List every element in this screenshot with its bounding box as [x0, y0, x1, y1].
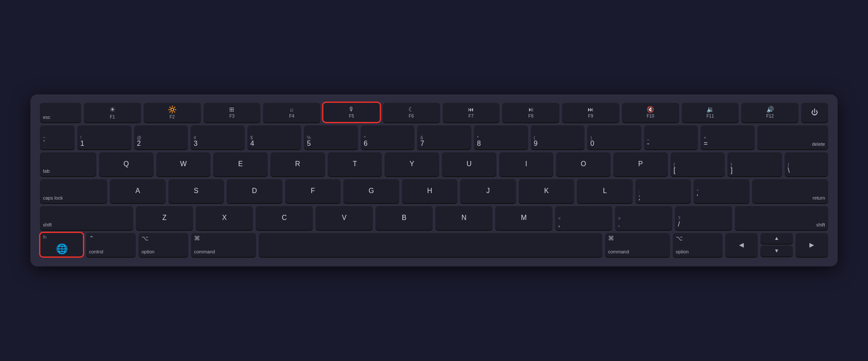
key-slash[interactable]: ? / — [675, 206, 732, 230]
key-command-right[interactable]: ⌘ command — [605, 233, 670, 257]
key-esc[interactable]: esc — [40, 102, 81, 122]
key-t[interactable]: T — [328, 152, 382, 176]
key-f2[interactable]: 🔆 F2 — [144, 102, 201, 122]
key-minus[interactable]: _ - — [644, 125, 698, 149]
key-0[interactable]: ) 0 — [587, 125, 641, 149]
key-return[interactable]: return — [752, 179, 828, 203]
key-a[interactable]: A — [110, 179, 166, 203]
key-f8[interactable]: ⏯ F8 — [502, 102, 559, 122]
key-backtick[interactable]: ~ ` — [40, 125, 75, 149]
key-quote[interactable]: " ' — [694, 179, 750, 203]
key-f6[interactable]: ☾ F6 — [383, 102, 440, 122]
key-arrow-up[interactable]: ▲ — [760, 233, 793, 244]
key-s[interactable]: S — [168, 179, 224, 203]
key-7[interactable]: & 7 — [417, 125, 471, 149]
key-w[interactable]: W — [156, 152, 211, 176]
fn-key-row: esc ☀ F1 🔆 F2 ⊞ F3 ⌕ F4 🎙 F5 ☾ F6 ⏮ F7 — [40, 102, 828, 122]
key-v[interactable]: V — [316, 206, 373, 230]
key-f9[interactable]: ⏭ F9 — [562, 102, 619, 122]
key-f[interactable]: F — [285, 179, 341, 203]
arrow-up-down-cluster: ▲ ▼ — [760, 233, 793, 257]
key-f10[interactable]: 🔇 F10 — [622, 102, 679, 122]
key-option-right[interactable]: ⌥ option — [673, 233, 723, 257]
key-f4[interactable]: ⌕ F4 — [263, 102, 320, 122]
key-open-bracket[interactable]: { [ — [671, 152, 725, 176]
key-f7[interactable]: ⏮ F7 — [443, 102, 500, 122]
key-h[interactable]: H — [402, 179, 458, 203]
key-shift-left[interactable]: shift — [40, 206, 133, 230]
key-f11[interactable]: 🔉 F11 — [682, 102, 739, 122]
key-r[interactable]: R — [270, 152, 325, 176]
key-delete[interactable]: delete — [757, 125, 828, 149]
key-j[interactable]: J — [460, 179, 516, 203]
key-8[interactable]: * 8 — [474, 125, 528, 149]
key-arrow-down[interactable]: ▼ — [760, 245, 793, 256]
key-f1[interactable]: ☀ F1 — [84, 102, 141, 122]
key-tab[interactable]: tab — [40, 152, 96, 176]
qwerty-key-row: tab Q W E R T Y U I O P — [40, 152, 828, 176]
key-backslash[interactable]: | \ — [785, 152, 828, 176]
key-f5[interactable]: 🎙 F5 — [323, 102, 380, 122]
key-close-bracket[interactable]: } ] — [727, 152, 782, 176]
key-shift-right[interactable]: shift — [735, 206, 828, 230]
key-5[interactable]: % 5 — [304, 125, 358, 149]
key-6[interactable]: ^ 6 — [361, 125, 415, 149]
key-f12[interactable]: 🔊 F12 — [741, 102, 799, 122]
key-space[interactable] — [259, 233, 602, 257]
key-e[interactable]: E — [213, 152, 268, 176]
key-q[interactable]: Q — [99, 152, 154, 176]
key-o[interactable]: O — [556, 152, 611, 176]
key-command-left[interactable]: ⌘ command — [191, 233, 256, 257]
key-d[interactable]: D — [227, 179, 283, 203]
key-fn[interactable]: fn 🌐 — [40, 233, 83, 257]
key-y[interactable]: Y — [385, 152, 439, 176]
key-9[interactable]: ( 9 — [531, 125, 585, 149]
key-semicolon[interactable]: : ; — [635, 179, 691, 203]
key-n[interactable]: N — [435, 206, 493, 230]
key-power[interactable]: ⏻ — [801, 102, 828, 122]
key-i[interactable]: I — [499, 152, 554, 176]
key-c[interactable]: C — [256, 206, 313, 230]
key-comma[interactable]: < , — [555, 206, 612, 230]
key-m[interactable]: M — [495, 206, 552, 230]
key-g[interactable]: G — [343, 179, 399, 203]
key-p[interactable]: P — [613, 152, 668, 176]
key-caps-lock[interactable]: caps lock — [40, 179, 107, 203]
key-arrow-left[interactable]: ◀ — [725, 233, 758, 257]
key-b[interactable]: B — [375, 206, 433, 230]
key-period[interactable]: > . — [615, 206, 672, 230]
asdf-key-row: caps lock A S D F G H J K L : ; — [40, 179, 828, 203]
key-control[interactable]: ⌃ control — [86, 233, 136, 257]
zxcv-key-row: shift Z X C V B N M < , > . — [40, 206, 828, 230]
key-option-left[interactable]: ⌥ option — [138, 233, 188, 257]
key-l[interactable]: L — [577, 179, 633, 203]
number-key-row: ~ ` ! 1 @ 2 # 3 $ 4 % 5 ^ 6 & 7 — [40, 125, 828, 149]
key-3[interactable]: # 3 — [191, 125, 245, 149]
keyboard: esc ☀ F1 🔆 F2 ⊞ F3 ⌕ F4 🎙 F5 ☾ F6 ⏮ F7 — [30, 95, 838, 266]
key-4[interactable]: $ 4 — [247, 125, 302, 149]
key-x[interactable]: X — [196, 206, 253, 230]
key-2[interactable]: @ 2 — [134, 125, 188, 149]
key-z[interactable]: Z — [136, 206, 193, 230]
key-arrow-right[interactable]: ▶ — [796, 233, 828, 257]
key-u[interactable]: U — [442, 152, 496, 176]
key-f3[interactable]: ⊞ F3 — [204, 102, 261, 122]
bottom-key-row: fn 🌐 ⌃ control ⌥ option ⌘ command ⌘ comm… — [40, 233, 828, 257]
key-equals[interactable]: + = — [700, 125, 755, 149]
key-k[interactable]: K — [519, 179, 575, 203]
key-1[interactable]: ! 1 — [77, 125, 132, 149]
